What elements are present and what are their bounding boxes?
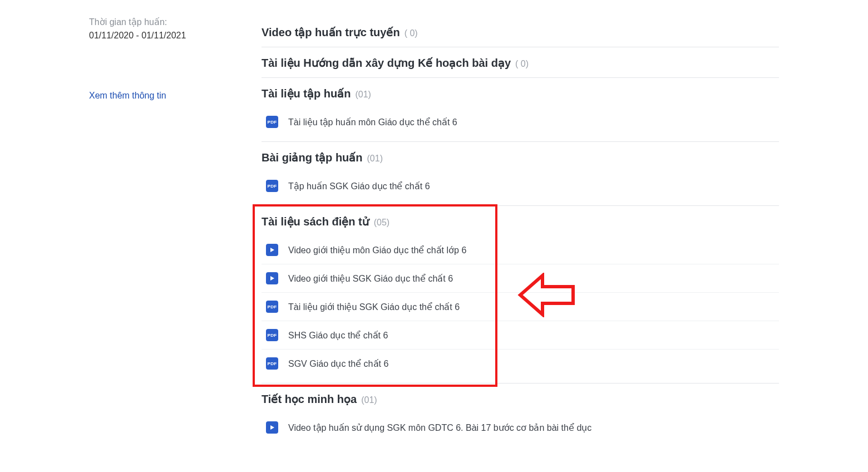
pdf-icon: PDF: [266, 116, 278, 128]
svg-marker-1: [270, 276, 274, 281]
list-item[interactable]: Video giới thiệu SGK Giáo dục thể chất 6: [262, 264, 779, 292]
section-count: (01): [361, 395, 377, 405]
section-video-training: Video tập huấn trực tuyến ( 0): [262, 17, 779, 47]
svg-marker-0: [270, 248, 274, 252]
section-title: Video tập huấn trực tuyến: [262, 26, 400, 39]
section-title: Tài liệu sách điện tử: [262, 215, 369, 228]
section-count: (01): [355, 90, 371, 100]
list-item[interactable]: PDF SHS Giáo dục thể chất 6: [262, 321, 779, 349]
section-title: Bài giảng tập huấn: [262, 151, 363, 164]
training-time-value: 01/11/2020 - 01/11/2021: [89, 31, 262, 41]
video-icon: [266, 272, 278, 284]
item-label: Tài liệu giới thiệu SGK Giáo dục thể chấ…: [288, 302, 460, 312]
section-title: Tiết học minh họa: [262, 392, 357, 406]
video-icon: [266, 244, 278, 256]
section-lesson-plan-guide: Tài liệu Hướng dẫn xây dựng Kế hoạch bài…: [262, 47, 779, 77]
section-training-lectures: Bài giảng tập huấn (01) PDF Tập huấn SGK…: [262, 141, 779, 205]
section-count: ( 0): [405, 28, 418, 38]
sidebar: Thời gian tập huấn: 01/11/2020 - 01/11/2…: [89, 17, 262, 447]
section-ebook-docs: Tài liệu sách điện tử (05) Video giới th…: [262, 205, 779, 383]
list-item[interactable]: PDF Tập huấn SGK Giáo dục thể chất 6: [262, 172, 779, 200]
item-label: SGV Giáo dục thể chất 6: [288, 358, 388, 369]
section-count: ( 0): [515, 59, 529, 69]
section-count: (01): [367, 154, 383, 164]
pdf-icon: PDF: [266, 301, 278, 313]
list-item[interactable]: Video giới thiệu môn Giáo dục thể chất l…: [262, 236, 779, 264]
item-label: Video giới thiệu SGK Giáo dục thể chất 6: [288, 273, 453, 284]
svg-marker-2: [270, 425, 274, 430]
item-label: Video tập huấn sử dụng SGK môn GDTC 6. B…: [288, 422, 591, 433]
list-item[interactable]: PDF Tài liệu giới thiệu SGK Giáo dục thể…: [262, 292, 779, 321]
item-label: Tài liệu tập huấn môn Giáo dục thể chất …: [288, 117, 457, 127]
main-content: Video tập huấn trực tuyến ( 0) Tài liệu …: [262, 17, 779, 447]
list-item[interactable]: PDF Tài liệu tập huấn môn Giáo dục thể c…: [262, 108, 779, 136]
section-title: Tài liệu tập huấn: [262, 87, 351, 100]
section-title: Tài liệu Hướng dẫn xây dựng Kế hoạch bài…: [262, 56, 511, 70]
section-training-docs: Tài liệu tập huấn (01) PDF Tài liệu tập …: [262, 77, 779, 141]
pdf-icon: PDF: [266, 329, 278, 341]
training-time-label: Thời gian tập huấn:: [89, 17, 262, 27]
section-demo-lesson: Tiết học minh họa (01) Video tập huấn sử…: [262, 383, 779, 447]
video-icon: [266, 421, 278, 434]
list-item[interactable]: PDF SGV Giáo dục thể chất 6: [262, 349, 779, 377]
item-label: Tập huấn SGK Giáo dục thể chất 6: [288, 181, 430, 191]
list-item[interactable]: Video tập huấn sử dụng SGK môn GDTC 6. B…: [262, 414, 779, 441]
pdf-icon: PDF: [266, 180, 278, 192]
item-label: SHS Giáo dục thể chất 6: [288, 330, 388, 341]
more-info-link[interactable]: Xem thêm thông tin: [89, 91, 262, 101]
item-label: Video giới thiệu môn Giáo dục thể chất l…: [288, 245, 466, 255]
pdf-icon: PDF: [266, 357, 278, 370]
section-count: (05): [374, 218, 389, 228]
